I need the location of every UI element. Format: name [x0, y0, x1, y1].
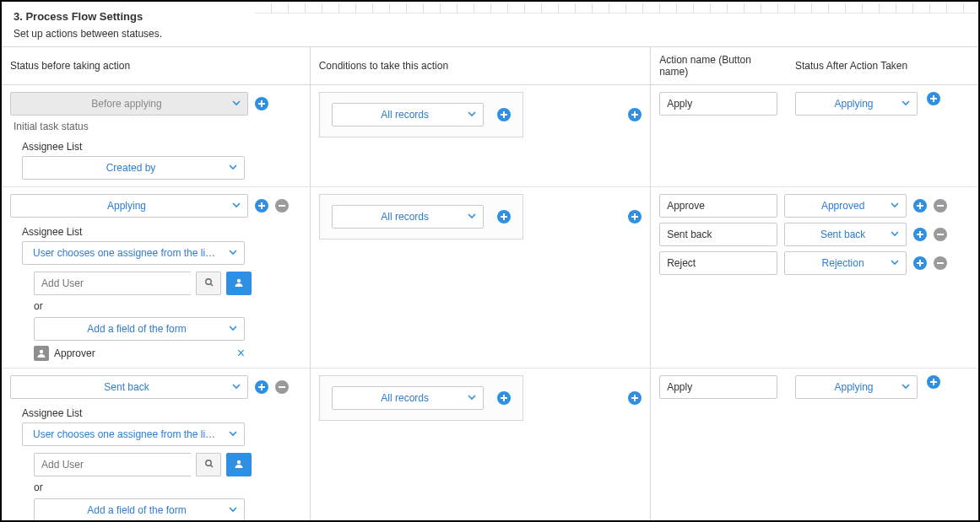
search-icon [204, 277, 214, 289]
chevron-down-icon [229, 249, 237, 257]
assignee-mode-value: User chooses one assignee from the list … [33, 247, 219, 259]
chevron-down-icon [232, 383, 241, 391]
condition-block: All records [319, 194, 523, 239]
or-label: or [34, 300, 301, 312]
add-condition-button[interactable] [497, 391, 511, 405]
action-name-input[interactable] [659, 251, 777, 275]
assignee-mode-value: User chooses one assignee from the list … [33, 428, 219, 440]
assignee-mode-select[interactable]: User chooses one assignee from the list … [22, 241, 245, 265]
chevron-down-icon [232, 202, 241, 210]
add-field-select[interactable]: Add a field of the form [34, 498, 245, 522]
assignee-mode-select[interactable]: Created by [22, 156, 245, 180]
flow-row: Before applying Initial task status Assi… [2, 85, 978, 187]
org-icon [234, 459, 244, 471]
col-header-action-name: Action name (Button name) [651, 47, 787, 85]
search-icon [204, 459, 214, 471]
add-condition-group-button[interactable] [628, 210, 642, 223]
status-after-select[interactable]: Applying [795, 375, 918, 399]
assignee-mode-select[interactable]: User chooses one assignee from the list … [22, 422, 245, 446]
add-status-button[interactable] [255, 199, 268, 213]
action-name-input[interactable] [659, 375, 777, 399]
search-user-button[interactable] [196, 453, 221, 476]
chevron-down-icon [468, 394, 476, 402]
add-condition-group-button[interactable] [628, 391, 642, 405]
condition-select[interactable]: All records [332, 205, 484, 229]
status-before-value: Sent back [21, 381, 232, 393]
condition-select[interactable]: All records [332, 103, 484, 126]
person-icon [34, 346, 49, 361]
add-action-button[interactable] [913, 228, 927, 241]
add-condition-group-button[interactable] [628, 108, 642, 121]
chevron-down-icon [891, 259, 899, 267]
condition-select[interactable]: All records [332, 386, 484, 410]
status-after-select[interactable]: Approved [784, 194, 907, 218]
add-condition-button[interactable] [497, 108, 511, 121]
col-header-status-after: Status After Action Taken [787, 47, 918, 85]
add-condition-button[interactable] [497, 210, 511, 223]
add-user-input[interactable] [34, 453, 191, 476]
remove-action-button[interactable] [934, 199, 947, 213]
assignee-list-label: Assignee List [22, 407, 301, 419]
action-name-input[interactable] [659, 223, 777, 246]
add-action-button[interactable] [927, 375, 940, 389]
org-picker-button[interactable] [226, 272, 252, 295]
status-before-select[interactable]: Applying [10, 194, 248, 218]
flow-row: Applying Assignee List User chooses one … [2, 187, 978, 369]
add-field-label: Add a field of the form [45, 504, 229, 516]
add-field-select[interactable]: Add a field of the form [34, 317, 245, 341]
assignee-field-chip: Approver × [34, 346, 245, 361]
action-name-input[interactable] [659, 92, 777, 116]
status-after-select[interactable]: Applying [795, 92, 918, 116]
condition-value: All records [343, 109, 468, 121]
chevron-down-icon [901, 100, 910, 108]
condition-value: All records [343, 211, 468, 223]
chevron-down-icon [468, 110, 476, 119]
or-label: or [34, 482, 301, 493]
section-subtitle: Set up actions between statuses. [14, 28, 966, 40]
status-after-value: Approved [795, 200, 891, 212]
assignee-mode-value: Created by [33, 162, 229, 174]
chevron-down-icon [468, 213, 476, 221]
status-before-value: Before applying [21, 98, 232, 110]
remove-action-button[interactable] [934, 256, 947, 270]
chevron-down-icon [232, 100, 241, 108]
add-field-label: Add a field of the form [45, 323, 229, 335]
status-after-value: Applying [806, 381, 901, 393]
chevron-down-icon [229, 164, 237, 172]
add-action-button[interactable] [927, 92, 940, 105]
col-header-status-before: Status before taking action [2, 47, 310, 85]
status-after-value: Applying [806, 98, 901, 110]
ruler-decoration [255, 3, 977, 13]
chevron-down-icon [229, 325, 237, 333]
action-name-input[interactable] [659, 194, 777, 218]
status-after-value: Sent back [795, 229, 891, 240]
col-header-conditions: Conditions to take this action [310, 47, 650, 85]
condition-block: All records [319, 92, 523, 137]
chevron-down-icon [901, 383, 910, 391]
remove-status-button[interactable] [275, 380, 289, 394]
status-before-select[interactable]: Before applying [10, 92, 248, 116]
chevron-down-icon [229, 430, 237, 439]
remove-chip-button[interactable]: × [237, 346, 245, 361]
status-before-select[interactable]: Sent back [10, 375, 248, 399]
condition-value: All records [343, 392, 468, 404]
assignee-field-name: Approver [54, 347, 95, 359]
org-picker-button[interactable] [226, 453, 252, 476]
remove-status-button[interactable] [275, 199, 289, 213]
chevron-down-icon [891, 202, 899, 210]
status-after-value: Rejection [795, 257, 891, 269]
search-user-button[interactable] [196, 272, 221, 295]
add-status-button[interactable] [255, 380, 268, 394]
chevron-down-icon [229, 506, 237, 514]
condition-block: All records [319, 375, 523, 421]
add-action-button[interactable] [913, 256, 927, 270]
add-action-button[interactable] [913, 199, 927, 213]
remove-action-button[interactable] [934, 228, 947, 241]
add-status-button[interactable] [255, 97, 268, 110]
status-after-select[interactable]: Rejection [784, 251, 907, 275]
flow-row: Sent back Assignee List User chooses one… [2, 369, 978, 523]
status-before-value: Applying [21, 200, 232, 212]
add-user-input[interactable] [34, 272, 191, 295]
status-after-select[interactable]: Sent back [784, 223, 907, 246]
chevron-down-icon [891, 230, 899, 239]
